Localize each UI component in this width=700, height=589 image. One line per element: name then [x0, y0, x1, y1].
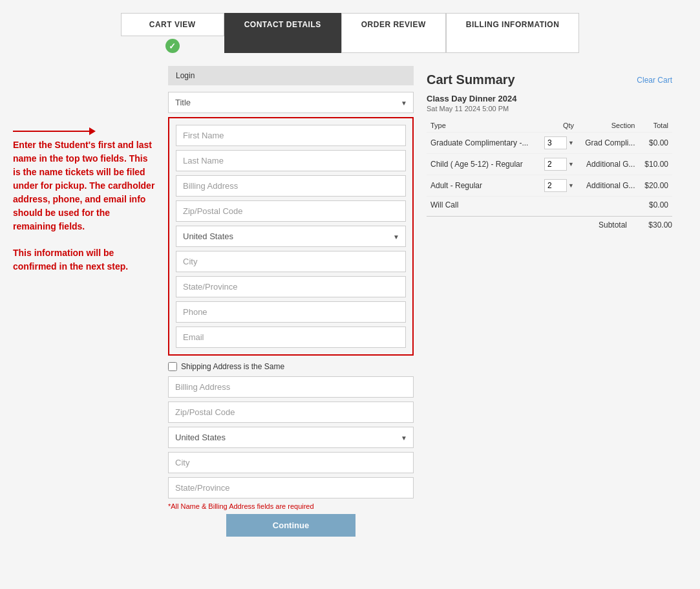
cart-item-row: Graduate Complimentary -... 3 ▼ Grad Com… — [427, 133, 672, 154]
same-address-checkbox[interactable] — [168, 362, 177, 371]
cart-view-complete-icon — [165, 39, 180, 53]
will-call-row: Will Call $0.00 — [427, 197, 672, 214]
cart-item-row: Child ( Age 5-12) - Regular 2 ▼ Addition… — [427, 154, 672, 175]
title-select[interactable]: Title Mr. Mrs. Ms. Dr. — [168, 92, 414, 113]
zip-input[interactable] — [176, 200, 406, 222]
country-select[interactable]: United States — [176, 226, 406, 247]
continue-button[interactable]: Continue — [226, 514, 355, 537]
qty-arrow-icon-1: ▼ — [568, 161, 574, 167]
qty-arrow-icon-0: ▼ — [568, 140, 574, 146]
will-call-label: Will Call — [427, 197, 566, 214]
same-address-label: Shipping Address is the Same — [181, 362, 284, 371]
last-name-input[interactable] — [176, 150, 406, 171]
subtotal-row: Subtotal $30.00 — [427, 220, 672, 230]
cart-item-row: Adult - Regular 2 ▼ Additional G... $20.… — [427, 175, 672, 197]
col-qty: Qty — [538, 119, 578, 133]
cart-summary: Cart Summary Clear Cart Class Day Dinner… — [427, 66, 672, 537]
arrow-row — [13, 131, 155, 132]
cart-header: Cart Summary Clear Cart — [427, 66, 672, 87]
item-section-0: Grad Compli... — [578, 133, 639, 154]
clear-cart-link[interactable]: Clear Cart — [637, 76, 672, 85]
login-label[interactable]: Login — [176, 71, 195, 80]
item-qty-select-1[interactable]: 2 — [544, 158, 567, 171]
highlighted-form-section: United States — [168, 117, 414, 356]
event-date: Sat May 11 2024 5:00 PM — [427, 105, 672, 112]
instruction-text-2: This information will be confirmed in th… — [13, 246, 155, 273]
billing-address-input[interactable] — [176, 175, 406, 197]
instruction-panel: Enter the Student's first and last name … — [13, 66, 155, 537]
state-input[interactable] — [176, 276, 406, 297]
form-area: Login Title Mr. Mrs. Ms. Dr. United Stat… — [168, 66, 414, 537]
city-input[interactable] — [176, 251, 406, 272]
shipping-billing-address-input[interactable] — [168, 376, 414, 398]
navigation-tabs: CART VIEW CONTACT DETAILS ORDER REVIEW B… — [0, 0, 700, 59]
item-qty-select-0[interactable]: 3 — [544, 136, 567, 149]
shipping-country-select-wrapper: United States — [168, 427, 414, 448]
will-call-table: Will Call $0.00 — [427, 196, 672, 213]
item-qty-1[interactable]: 2 ▼ — [538, 154, 578, 175]
item-type-1: Child ( Age 5-12) - Regular — [427, 154, 538, 175]
item-total-1: $10.00 — [639, 154, 672, 175]
shipping-zip-input[interactable] — [168, 402, 414, 423]
tab-contact-details[interactable]: CONTACT DETAILS — [224, 13, 341, 53]
item-type-2: Adult - Regular — [427, 175, 538, 197]
event-name: Class Day Dinner 2024 — [427, 94, 672, 103]
tab-cart-view[interactable]: CART VIEW — [121, 13, 224, 36]
tab-order-review[interactable]: ORDER REVIEW — [341, 13, 446, 53]
required-note: *All Name & Billing Address fields are r… — [168, 502, 414, 510]
shipping-city-input[interactable] — [168, 452, 414, 473]
arrow-icon — [13, 131, 90, 132]
col-total: Total — [639, 119, 672, 133]
email-input[interactable] — [176, 327, 406, 348]
subtotal-section: Subtotal $30.00 — [427, 216, 672, 230]
login-bar[interactable]: Login — [168, 66, 414, 85]
title-select-wrapper: Title Mr. Mrs. Ms. Dr. — [168, 92, 414, 113]
item-section-2: Additional G... — [578, 175, 639, 197]
item-type-0: Graduate Complimentary -... — [427, 133, 538, 154]
cart-table: Type Qty Section Total Graduate Complime… — [427, 119, 672, 196]
item-total-2: $20.00 — [639, 175, 672, 197]
main-layout: Enter the Student's first and last name … — [0, 59, 700, 543]
cart-view-tab-wrapper: CART VIEW — [121, 13, 224, 53]
shipping-country-select[interactable]: United States — [168, 427, 414, 448]
shipping-section: Shipping Address is the Same United Stat… — [168, 362, 414, 498]
subtotal-label: Subtotal — [599, 220, 627, 230]
country-select-wrapper: United States — [176, 226, 406, 247]
item-total-0: $0.00 — [639, 133, 672, 154]
qty-arrow-icon-2: ▼ — [568, 182, 574, 189]
item-qty-0[interactable]: 3 ▼ — [538, 133, 578, 154]
will-call-total: $0.00 — [566, 197, 672, 214]
item-qty-2[interactable]: 2 ▼ — [538, 175, 578, 197]
cart-title: Cart Summary — [427, 72, 515, 87]
subtotal-value: $30.00 — [640, 220, 672, 230]
instruction-text-1: Enter the Student's first and last name … — [13, 138, 155, 233]
item-section-1: Additional G... — [578, 154, 639, 175]
shipping-state-input[interactable] — [168, 477, 414, 498]
item-qty-select-2[interactable]: 2 — [544, 179, 567, 192]
col-type: Type — [427, 119, 538, 133]
same-address-row: Shipping Address is the Same — [168, 362, 414, 371]
first-name-input[interactable] — [176, 125, 406, 146]
tab-billing-information[interactable]: BILLING INFORMATION — [446, 13, 580, 53]
phone-input[interactable] — [176, 301, 406, 323]
col-section: Section — [578, 119, 639, 133]
